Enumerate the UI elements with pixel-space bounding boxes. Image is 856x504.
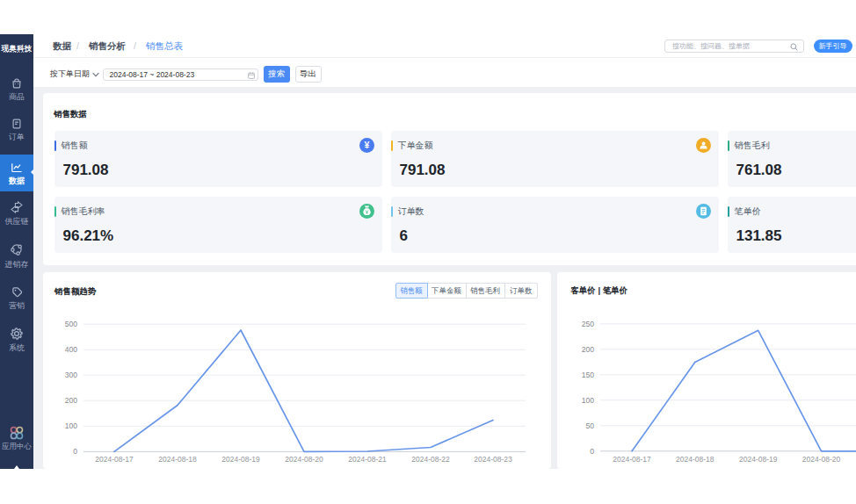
svg-text:2024-08-19: 2024-08-19 [221,455,260,464]
svg-text:100: 100 [582,396,594,405]
svg-text:200: 200 [582,345,594,354]
svg-text:2024-08-17: 2024-08-17 [613,455,651,464]
svg-text:500: 500 [65,320,77,328]
svg-text:250: 250 [582,320,594,328]
svg-text:2024-08-20: 2024-08-20 [285,455,323,464]
svg-text:2024-08-18: 2024-08-18 [158,455,197,464]
svg-text:100: 100 [65,421,77,430]
svg-text:2024-08-17: 2024-08-17 [95,455,134,464]
svg-text:2024-08-22: 2024-08-22 [411,455,450,464]
svg-text:200: 200 [65,396,77,405]
svg-text:400: 400 [65,345,77,354]
svg-text:2024-08-18: 2024-08-18 [676,455,715,464]
svg-text:2024-08-20: 2024-08-20 [802,455,841,464]
svg-text:2024-08-23: 2024-08-23 [474,455,512,464]
svg-text:2024-08-21: 2024-08-21 [348,455,387,464]
svg-text:0: 0 [73,447,77,456]
svg-text:150: 150 [582,371,594,379]
svg-text:0: 0 [590,447,594,456]
svg-text:50: 50 [586,421,595,430]
svg-text:2024-08-19: 2024-08-19 [739,455,778,464]
svg-text:300: 300 [65,371,77,379]
